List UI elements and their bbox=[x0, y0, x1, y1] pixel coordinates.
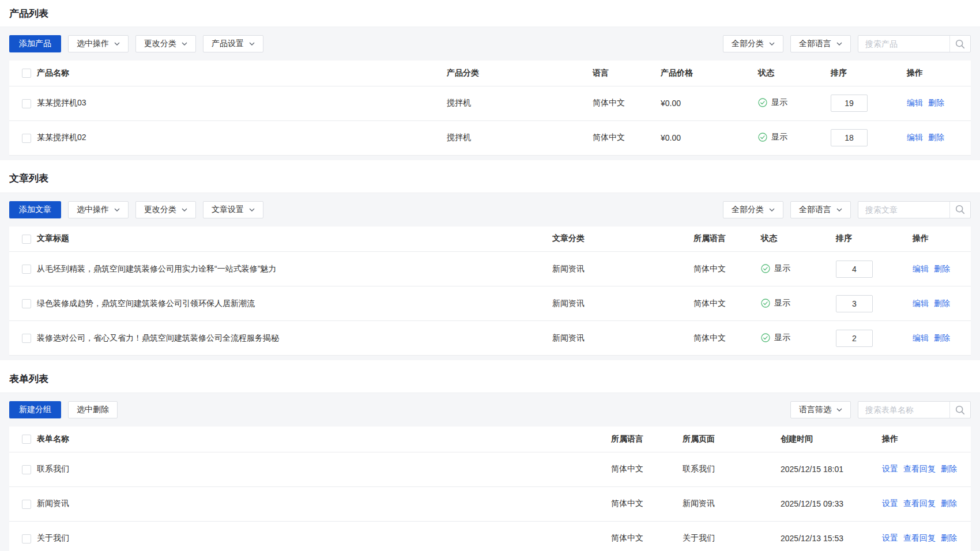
product-settings-dropdown[interactable]: 产品设置 bbox=[203, 35, 263, 52]
delete-link[interactable]: 删除 bbox=[928, 98, 944, 108]
chevron-down-icon bbox=[249, 42, 255, 46]
language-filter-dropdown[interactable]: 全部语言 bbox=[790, 201, 851, 218]
status-badge: 显示 bbox=[761, 263, 790, 274]
column-header: 排序 bbox=[831, 61, 907, 86]
column-header: 操作 bbox=[882, 427, 971, 452]
edit-link[interactable]: 编辑 bbox=[913, 333, 929, 344]
settings-link[interactable]: 设置 bbox=[882, 499, 898, 509]
search-icon[interactable] bbox=[949, 36, 970, 52]
sort-input[interactable] bbox=[831, 129, 868, 146]
column-header: 所属语言 bbox=[693, 227, 761, 252]
form-created-time: 2025/12/13 15:53 bbox=[781, 521, 882, 551]
form-page: 联系我们 bbox=[683, 452, 781, 486]
category-filter-dropdown[interactable]: 全部分类 bbox=[723, 201, 783, 218]
articles-section-body: 添加文章 选中操作 更改分类 文章设置 全部分类 全部语言 bbox=[0, 193, 980, 361]
chevron-down-icon bbox=[836, 408, 842, 412]
article-search-input[interactable] bbox=[858, 202, 949, 218]
column-header: 产品名称 bbox=[37, 61, 447, 86]
delete-selected-button[interactable]: 选中删除 bbox=[68, 401, 118, 418]
chevron-down-icon bbox=[836, 208, 842, 212]
chevron-down-icon bbox=[182, 208, 187, 212]
product-name: 某某搅拌机02 bbox=[37, 120, 447, 155]
forms-header-row: 表单名称 所属语言 所属页面 创建时间 操作 bbox=[9, 427, 971, 452]
form-search-input[interactable] bbox=[858, 402, 949, 418]
column-header: 操作 bbox=[913, 227, 971, 252]
dropdown-label: 语言筛选 bbox=[799, 405, 831, 415]
selected-actions-dropdown[interactable]: 选中操作 bbox=[68, 35, 129, 52]
forms-section-body: 新建分组 选中删除 语言筛选 表单名称 所属语言 所属页 bbox=[0, 393, 980, 551]
form-language: 简体中文 bbox=[611, 452, 683, 486]
view-replies-link[interactable]: 查看回复 bbox=[903, 499, 936, 509]
form-created-time: 2025/12/15 09:33 bbox=[781, 486, 882, 521]
dropdown-label: 更改分类 bbox=[144, 39, 176, 49]
delete-link[interactable]: 删除 bbox=[934, 264, 950, 274]
settings-link[interactable]: 设置 bbox=[882, 533, 898, 544]
sort-input[interactable] bbox=[831, 95, 868, 112]
language-filter-dropdown[interactable]: 全部语言 bbox=[790, 35, 851, 52]
search-icon[interactable] bbox=[949, 202, 970, 218]
row-checkbox[interactable] bbox=[22, 299, 31, 308]
search-icon[interactable] bbox=[949, 402, 970, 418]
chevron-down-icon bbox=[836, 42, 842, 46]
check-circle-icon bbox=[758, 133, 767, 142]
articles-section: 文章列表 添加文章 选中操作 更改分类 文章设置 全部分类 全部语言 bbox=[0, 160, 980, 361]
products-section: 产品列表 添加产品 选中操作 更改分类 产品设置 全部分类 全部语言 bbox=[0, 0, 980, 160]
chevron-down-icon bbox=[249, 208, 255, 212]
edit-link[interactable]: 编辑 bbox=[907, 98, 923, 108]
articles-header-row: 文章标题 文章分类 所属语言 状态 排序 操作 bbox=[9, 227, 971, 252]
status-badge: 显示 bbox=[761, 298, 790, 308]
delete-link[interactable]: 删除 bbox=[941, 499, 957, 509]
table-row: 从毛坯到精装，鼎筑空间建筑装修公司用实力诠释“一站式装修”魅力 新闻资讯 简体中… bbox=[9, 252, 971, 286]
row-checkbox[interactable] bbox=[22, 265, 31, 274]
sort-input[interactable] bbox=[836, 261, 873, 278]
table-row: 绿色装修成趋势，鼎筑空间建筑装修公司引领环保人居新潮流 新闻资讯 简体中文 显示… bbox=[9, 286, 971, 321]
select-all-checkbox[interactable] bbox=[22, 235, 31, 244]
dropdown-label: 全部语言 bbox=[799, 39, 831, 49]
status-label: 显示 bbox=[774, 263, 790, 274]
select-all-checkbox[interactable] bbox=[22, 435, 31, 444]
articles-title-band: 文章列表 bbox=[0, 160, 980, 193]
row-checkbox[interactable] bbox=[22, 334, 31, 343]
sort-input[interactable] bbox=[836, 330, 873, 347]
delete-link[interactable]: 删除 bbox=[934, 333, 950, 344]
forms-title-band: 表单列表 bbox=[0, 360, 980, 393]
row-checkbox[interactable] bbox=[22, 99, 31, 108]
add-product-button[interactable]: 添加产品 bbox=[9, 35, 61, 52]
category-filter-dropdown[interactable]: 全部分类 bbox=[723, 35, 783, 52]
row-checkbox[interactable] bbox=[22, 134, 31, 143]
article-settings-dropdown[interactable]: 文章设置 bbox=[203, 201, 263, 218]
selected-actions-dropdown[interactable]: 选中操作 bbox=[68, 201, 129, 218]
column-header: 状态 bbox=[758, 61, 831, 86]
article-category: 新闻资讯 bbox=[552, 252, 693, 286]
row-checkbox[interactable] bbox=[22, 465, 31, 474]
delete-link[interactable]: 删除 bbox=[928, 133, 944, 143]
view-replies-link[interactable]: 查看回复 bbox=[903, 533, 936, 544]
settings-link[interactable]: 设置 bbox=[882, 464, 898, 474]
products-table-panel: 产品名称 产品分类 语言 产品价格 状态 排序 操作 某某搅拌机03 搅拌机 bbox=[9, 61, 971, 156]
product-search-input[interactable] bbox=[858, 36, 949, 52]
change-category-dropdown[interactable]: 更改分类 bbox=[135, 35, 196, 52]
status-label: 显示 bbox=[771, 97, 787, 108]
row-checkbox[interactable] bbox=[22, 534, 31, 544]
edit-link[interactable]: 编辑 bbox=[913, 299, 929, 309]
row-checkbox[interactable] bbox=[22, 500, 31, 509]
view-replies-link[interactable]: 查看回复 bbox=[903, 464, 936, 474]
forms-section: 表单列表 新建分组 选中删除 语言筛选 表单名称 bbox=[0, 360, 980, 551]
dropdown-label: 更改分类 bbox=[144, 205, 176, 215]
change-category-dropdown[interactable]: 更改分类 bbox=[135, 201, 196, 218]
delete-link[interactable]: 删除 bbox=[941, 533, 957, 544]
sort-input[interactable] bbox=[836, 295, 873, 312]
dropdown-label: 全部分类 bbox=[732, 205, 764, 215]
new-group-button[interactable]: 新建分组 bbox=[9, 401, 61, 418]
chevron-down-icon bbox=[769, 42, 775, 46]
delete-link[interactable]: 删除 bbox=[941, 464, 957, 474]
article-search bbox=[858, 201, 971, 218]
edit-link[interactable]: 编辑 bbox=[913, 264, 929, 274]
add-article-button[interactable]: 添加文章 bbox=[9, 201, 61, 218]
language-filter-dropdown[interactable]: 语言筛选 bbox=[790, 401, 851, 418]
delete-link[interactable]: 删除 bbox=[934, 299, 950, 309]
edit-link[interactable]: 编辑 bbox=[907, 133, 923, 143]
select-all-checkbox[interactable] bbox=[22, 69, 31, 78]
article-language: 简体中文 bbox=[693, 252, 761, 286]
check-circle-icon bbox=[761, 299, 770, 308]
